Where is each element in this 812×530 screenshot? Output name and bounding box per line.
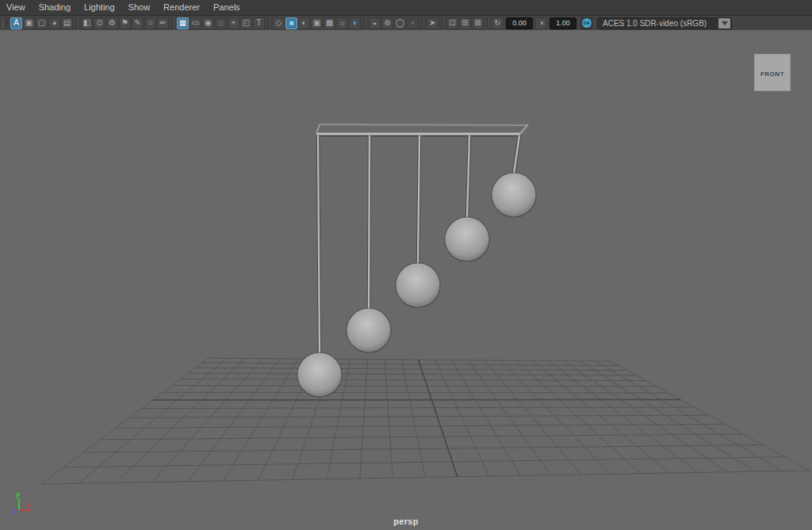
xray-active-icon[interactable]: ⊠: [472, 17, 484, 29]
motion-blur-icon[interactable]: ⊚: [381, 17, 393, 29]
perspective-viewport[interactable]: xyz FRONT persp: [0, 30, 812, 530]
toolbar-separator: [442, 18, 443, 28]
resolution-gate-icon[interactable]: ◉: [202, 17, 214, 29]
gamma-icon[interactable]: ◑: [535, 17, 547, 29]
paint-select-icon[interactable]: ◕: [48, 17, 60, 29]
safe-action-icon[interactable]: ◰: [240, 17, 252, 29]
grid-toggle-icon[interactable]: ▦: [177, 17, 189, 29]
menu-shading[interactable]: Shading: [39, 0, 71, 15]
pendulum-spheres[interactable]: [297, 173, 536, 397]
viewcube-label: FRONT: [760, 71, 784, 78]
chevron-down-icon[interactable]: [718, 18, 730, 29]
bookmark-icon[interactable]: ⚑: [119, 17, 131, 29]
wireframe-icon[interactable]: ◇: [273, 17, 285, 29]
toolbar-separator: [76, 18, 78, 28]
toolbar-separator: [268, 18, 270, 28]
camera-attributes-icon[interactable]: ⚙: [106, 17, 118, 29]
lock-camera-icon[interactable]: ⊙: [94, 17, 105, 29]
shadows-icon[interactable]: ◗: [349, 17, 361, 29]
pendulum-frame[interactable]: [316, 124, 528, 135]
axis-z-label: z: [13, 507, 17, 515]
axis-x-label: x: [26, 501, 30, 509]
isolate-select-icon[interactable]: ➤: [427, 17, 439, 29]
on-badge: ON: [582, 18, 592, 28]
ssao-icon[interactable]: ◒: [369, 17, 381, 29]
toolbar-separator: [364, 18, 366, 28]
anti-alias-icon[interactable]: ◯: [394, 17, 406, 29]
pendulum-sphere-5[interactable]: [492, 173, 536, 217]
flat-shade-icon[interactable]: ◐: [298, 17, 310, 29]
view-transform-toggle[interactable]: ON: [580, 17, 592, 29]
textured-icon[interactable]: ▩: [324, 17, 335, 29]
pan-zoom-icon[interactable]: ○: [144, 17, 156, 29]
wireframe-on-shaded-icon[interactable]: ▣: [311, 17, 323, 29]
menu-show[interactable]: Show: [128, 0, 151, 15]
toolbar-separator: [172, 18, 174, 28]
exposure-icon[interactable]: ↻: [492, 17, 504, 29]
gamma-field[interactable]: [550, 17, 576, 29]
depth-of-field-icon[interactable]: ▪: [407, 17, 419, 29]
pendulum-sphere-4[interactable]: [445, 217, 489, 261]
lighting-icon[interactable]: ☼: [336, 17, 348, 29]
menu-panels[interactable]: Panels: [213, 0, 240, 15]
menu-renderer[interactable]: Renderer: [163, 0, 200, 15]
axis-y-label: y: [16, 490, 20, 498]
xray-icon[interactable]: ⊡: [446, 17, 458, 29]
viewport-menubar: ViewShadingLightingShowRendererPanels: [0, 0, 812, 16]
annotate-icon[interactable]: ✏: [157, 17, 169, 29]
safe-title-icon[interactable]: T: [253, 17, 265, 29]
viewport-toolbar: A▣▢◕▤◧⊙⚙⚑✎○✏▦▭◉◎+◰T◇■◐▣▩☼◗◒⊚◯▪➤⊡⊞⊠↻◑ONAC…: [0, 16, 812, 31]
gate-mask-icon[interactable]: ◎: [215, 17, 227, 29]
menu-lighting[interactable]: Lighting: [84, 0, 115, 15]
exposure-field[interactable]: [506, 17, 533, 29]
view-transform-value: ACES 1.0 SDR-video (sRGB): [598, 19, 718, 28]
pendulum-rods[interactable]: [318, 135, 519, 353]
pendulum-sphere-1[interactable]: [297, 353, 342, 397]
pendulum-sphere-2[interactable]: [347, 308, 391, 353]
front-viewcube[interactable]: FRONT: [754, 54, 791, 91]
scene-canvas[interactable]: xyz: [0, 30, 812, 530]
toolbar-separator: [487, 18, 488, 28]
toolbar-grip[interactable]: [2, 18, 7, 28]
select-camera-icon[interactable]: ◧: [81, 17, 93, 29]
film-gate-icon[interactable]: ▭: [190, 17, 201, 29]
view-transform-dropdown[interactable]: ACES 1.0 SDR-video (sRGB): [597, 17, 732, 29]
menu-view[interactable]: View: [6, 0, 25, 15]
toolbar-separator: [422, 18, 423, 28]
ground-grid: [41, 358, 810, 484]
pendulum-sphere-3[interactable]: [396, 263, 440, 307]
smooth-shade-icon[interactable]: ■: [285, 17, 297, 29]
lasso-select-icon[interactable]: ▢: [36, 17, 48, 29]
axis-gizmo: xyz: [13, 490, 31, 515]
field-chart-icon[interactable]: +: [228, 17, 239, 29]
marquee-select-icon[interactable]: ▣: [23, 17, 35, 29]
image-plane-icon[interactable]: ▤: [61, 17, 73, 29]
joint-xray-icon[interactable]: ⊞: [459, 17, 471, 29]
selection-highlight-icon[interactable]: A: [10, 17, 22, 29]
camera-name-label: persp: [0, 517, 812, 526]
grease-pencil-icon[interactable]: ✎: [132, 17, 144, 29]
